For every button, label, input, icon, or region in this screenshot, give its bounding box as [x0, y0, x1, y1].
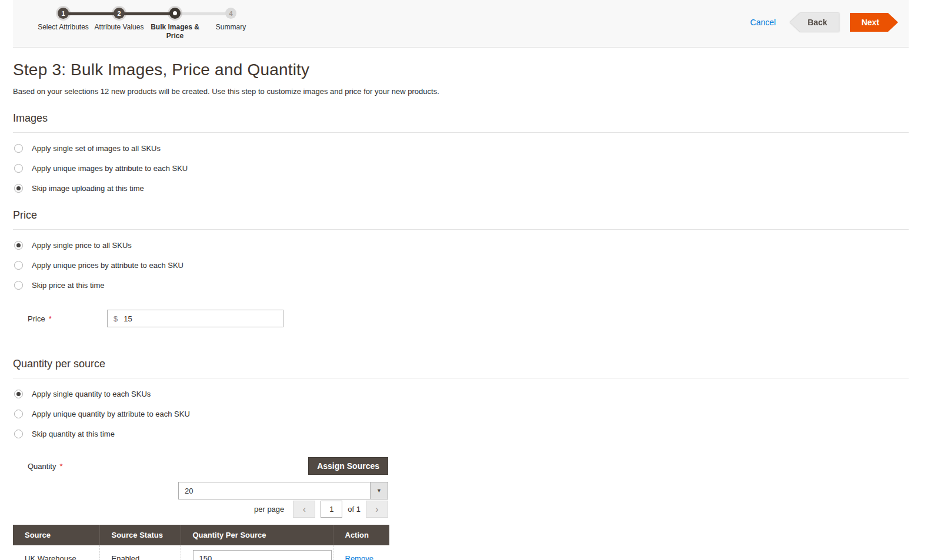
- currency-symbol: $: [114, 314, 118, 323]
- radio-label: Apply single quantity to each SKUs: [32, 390, 151, 398]
- step-3-label: Bulk Images & Price: [146, 23, 205, 41]
- chevron-left-icon: ‹: [303, 505, 306, 514]
- quantity-label-text: Quantity: [28, 462, 56, 471]
- radio-option-price-unique[interactable]: Apply unique prices by attribute to each…: [14, 261, 909, 270]
- price-input-box: $: [107, 310, 283, 327]
- radio-icon[interactable]: [14, 390, 23, 398]
- wizard-stepper: 1 Select Attributes 2 Attribute Values B…: [35, 8, 259, 41]
- radio-label: Apply unique quantity by attribute to ea…: [32, 410, 190, 418]
- quantity-section-heading: Quantity per source: [13, 358, 909, 378]
- step-summary[interactable]: 4 Summary: [203, 8, 259, 41]
- page-size-row: 20 ▼: [13, 482, 389, 499]
- radio-label: Apply single price to all SKUs: [32, 241, 132, 250]
- price-input[interactable]: [124, 314, 265, 323]
- radio-icon[interactable]: [14, 281, 23, 290]
- price-field-label: Price*: [13, 314, 107, 323]
- next-button[interactable]: Next: [850, 13, 898, 32]
- table-row: UK Warehouse Enabled Remove: [13, 545, 389, 560]
- assign-sources-button[interactable]: Assign Sources: [308, 457, 388, 475]
- radio-icon[interactable]: [14, 410, 23, 418]
- radio-label: Apply unique images by attribute to each…: [32, 164, 188, 173]
- previous-page-button[interactable]: ‹: [293, 501, 315, 518]
- page-size-value: 20: [179, 482, 370, 499]
- chevron-down-icon[interactable]: ▼: [370, 482, 388, 499]
- radio-option-images-unique[interactable]: Apply unique images by attribute to each…: [14, 164, 909, 173]
- sources-table: Source Source Status Quantity Per Source…: [13, 525, 389, 560]
- required-asterisk: *: [49, 314, 52, 323]
- table-header-row: Source Source Status Quantity Per Source…: [13, 525, 389, 545]
- cell-source-status: Enabled: [99, 545, 181, 560]
- wizard-actions: Cancel Back Next: [750, 13, 898, 32]
- radio-icon[interactable]: [14, 164, 23, 173]
- cell-quantity: [181, 545, 333, 560]
- cell-source-name: UK Warehouse: [13, 545, 99, 560]
- page-size-select[interactable]: 20 ▼: [178, 482, 388, 499]
- radio-option-qty-unique[interactable]: Apply unique quantity by attribute to ea…: [14, 410, 909, 418]
- quantity-block: Quantity* Assign Sources 20 ▼ per page ‹…: [13, 457, 389, 560]
- price-field-row: Price* $: [13, 310, 909, 327]
- step-2-label: Attribute Values: [90, 23, 149, 32]
- radio-option-price-single[interactable]: Apply single price to all SKUs: [14, 241, 909, 250]
- per-page-label: per page: [254, 505, 284, 514]
- page-description: Based on your selections 12 new products…: [13, 87, 909, 96]
- back-button[interactable]: Back: [790, 13, 839, 32]
- column-header-quantity-per-source: Quantity Per Source: [181, 525, 333, 545]
- remove-link[interactable]: Remove: [345, 554, 373, 560]
- wizard-bar: 1 Select Attributes 2 Attribute Values B…: [13, 0, 909, 48]
- chevron-right-icon: ›: [375, 505, 378, 514]
- quantity-field-label: Quantity*: [13, 462, 62, 471]
- radio-option-qty-skip[interactable]: Skip quantity at this time: [14, 430, 909, 438]
- radio-icon[interactable]: [14, 144, 23, 153]
- step-4-circle: 4: [225, 8, 236, 19]
- price-label-text: Price: [28, 314, 45, 323]
- radio-label: Apply unique prices by attribute to each…: [32, 261, 183, 270]
- radio-icon[interactable]: [14, 430, 23, 438]
- radio-label: Apply single set of images to all SKUs: [32, 144, 161, 153]
- step-3-circle: [169, 8, 181, 19]
- radio-icon[interactable]: [14, 184, 23, 193]
- radio-option-price-skip[interactable]: Skip price at this time: [14, 281, 909, 290]
- step-1-label: Select Attributes: [34, 23, 93, 32]
- radio-label: Skip image uploading at this time: [32, 184, 144, 193]
- step-4-label: Summary: [202, 23, 261, 32]
- radio-option-images-single[interactable]: Apply single set of images to all SKUs: [14, 144, 909, 153]
- step-1-circle: 1: [58, 8, 69, 19]
- step-2-circle: 2: [114, 8, 125, 19]
- required-asterisk: *: [59, 462, 62, 471]
- column-header-action: Action: [333, 525, 389, 545]
- page-title: Step 3: Bulk Images, Price and Quantity: [13, 61, 909, 79]
- quantity-header-row: Quantity* Assign Sources: [13, 457, 389, 475]
- next-page-button[interactable]: ›: [366, 501, 388, 518]
- radio-label: Skip price at this time: [32, 281, 105, 290]
- price-section-heading: Price: [13, 209, 909, 230]
- radio-label: Skip quantity at this time: [32, 430, 115, 438]
- column-header-source-status: Source Status: [99, 525, 181, 545]
- cancel-button[interactable]: Cancel: [750, 18, 776, 27]
- radio-icon[interactable]: [14, 241, 23, 250]
- column-header-source: Source: [13, 525, 99, 545]
- main-content: Step 3: Bulk Images, Price and Quantity …: [13, 48, 909, 560]
- total-pages-label: of 1: [348, 505, 361, 514]
- current-page-input[interactable]: [321, 501, 342, 518]
- quantity-per-source-input[interactable]: [193, 550, 332, 560]
- cell-action: Remove: [333, 545, 389, 560]
- images-section-heading: Images: [13, 112, 909, 133]
- radio-option-qty-single[interactable]: Apply single quantity to each SKUs: [14, 390, 909, 398]
- radio-icon[interactable]: [14, 261, 23, 270]
- pagination: per page ‹ of 1 ›: [13, 501, 389, 518]
- radio-option-images-skip[interactable]: Skip image uploading at this time: [14, 184, 909, 193]
